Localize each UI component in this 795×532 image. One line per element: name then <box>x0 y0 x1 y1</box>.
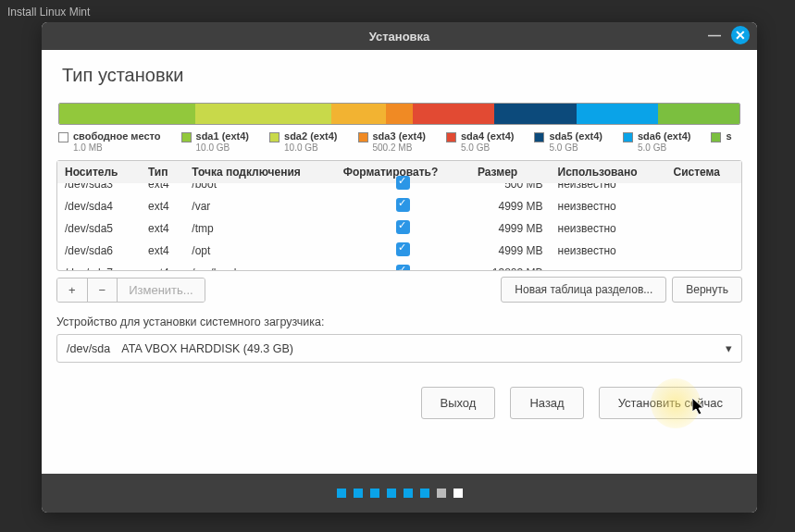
partition-segment[interactable] <box>413 104 494 124</box>
table-row[interactable]: /dev/sda4ext4/var4999 MBнеизвестно <box>57 195 741 217</box>
col-device[interactable]: Носитель <box>57 161 141 184</box>
partition-table-scroll[interactable]: Носитель Тип Точка подключения Форматиро… <box>57 161 741 270</box>
partition-segment[interactable] <box>195 104 331 124</box>
change-partition-button[interactable]: Изменить... <box>118 278 204 302</box>
progress-dots <box>42 474 757 513</box>
col-mount[interactable]: Точка подключения <box>184 161 335 184</box>
partition-table: Носитель Тип Точка подключения Форматиро… <box>56 160 742 271</box>
partition-toolbar: + − Изменить... Новая таблица разделов..… <box>56 277 742 303</box>
legend-label: sda6 (ext4)5.0 GB <box>638 130 690 153</box>
legend-label: sda4 (ext4)5.0 GB <box>461 130 514 153</box>
partition-bar <box>58 103 740 125</box>
legend-label: s <box>726 130 731 142</box>
legend-swatch <box>58 132 68 142</box>
legend-swatch <box>269 132 279 142</box>
col-type[interactable]: Тип <box>141 161 184 184</box>
legend-item: sda1 (ext4)10.0 GB <box>181 130 249 153</box>
quit-button[interactable]: Выход <box>421 387 496 419</box>
legend-item: sda3 (ext4)500.2 MB <box>358 130 426 153</box>
format-checkbox[interactable] <box>396 198 410 212</box>
page-title: Тип установки <box>42 50 757 103</box>
partition-segment[interactable] <box>331 104 386 124</box>
format-checkbox[interactable] <box>396 176 410 190</box>
partition-segment[interactable] <box>386 104 413 124</box>
bootloader-desc: ATA VBOX HARDDISK (49.3 GB) <box>121 342 293 355</box>
partition-segment[interactable] <box>59 104 195 124</box>
chevron-down-icon: ▾ <box>726 341 732 355</box>
legend-item: sda4 (ext4)5.0 GB <box>446 130 514 153</box>
titlebar: Установка — ✕ <box>42 22 757 50</box>
bootloader-label: Устройство для установки системного загр… <box>56 315 742 328</box>
table-row[interactable]: /dev/sda5ext4/tmp4999 MBнеизвестно <box>57 217 741 240</box>
legend-label: sda2 (ext4)10.0 GB <box>284 130 337 153</box>
desktop-window-title: Install Linux Mint <box>7 6 90 19</box>
partition-segment[interactable] <box>494 104 576 124</box>
legend-item: s <box>711 130 731 153</box>
bootloader-select[interactable]: /dev/sda ATA VBOX HARDDISK (49.3 GB) ▾ <box>56 334 742 363</box>
legend-label: sda1 (ext4)10.0 GB <box>196 130 249 153</box>
legend-swatch <box>446 132 456 142</box>
legend-label: sda5 (ext4)5.0 GB <box>549 130 602 153</box>
format-checkbox[interactable] <box>396 242 410 256</box>
legend-swatch <box>623 132 633 142</box>
legend-item: sda5 (ext4)5.0 GB <box>534 130 602 153</box>
col-size[interactable]: Размер <box>470 161 551 184</box>
remove-partition-button[interactable]: − <box>88 278 118 302</box>
col-system[interactable]: Система <box>665 161 741 184</box>
legend-swatch <box>534 132 544 142</box>
col-used[interactable]: Использовано <box>551 161 666 184</box>
window-title: Установка <box>369 30 430 43</box>
legend-label: sda3 (ext4)500.2 MB <box>373 130 426 153</box>
nav-buttons: Выход Назад Установить сейчас <box>56 387 742 419</box>
partition-segment[interactable] <box>577 104 658 124</box>
bootloader-device: /dev/sda <box>67 342 110 355</box>
close-icon[interactable]: ✕ <box>731 26 750 44</box>
table-row[interactable]: /dev/sda6ext4/opt4999 MBнеизвестно <box>57 240 741 262</box>
legend-item: свободное место1.0 MB <box>58 130 161 153</box>
legend-swatch <box>711 132 721 142</box>
new-partition-table-button[interactable]: Новая таблица разделов... <box>501 277 666 303</box>
partition-legend: свободное место1.0 MBsda1 (ext4)10.0 GBs… <box>58 130 740 153</box>
table-row[interactable]: /dev/sda7ext4/usr/local13803 MBнеизвестн… <box>57 262 741 270</box>
partition-segment[interactable] <box>658 104 739 124</box>
minimize-icon[interactable]: — <box>705 26 724 44</box>
install-now-button[interactable]: Установить сейчас <box>599 387 742 419</box>
legend-swatch <box>181 132 192 142</box>
add-partition-button[interactable]: + <box>57 278 88 302</box>
back-button[interactable]: Назад <box>510 387 583 419</box>
legend-swatch <box>358 132 368 142</box>
legend-item: sda2 (ext4)10.0 GB <box>269 130 337 153</box>
installer-window: Установка — ✕ Тип установки свободное ме… <box>42 22 757 513</box>
legend-item: sda6 (ext4)5.0 GB <box>623 130 690 153</box>
legend-label: свободное место1.0 MB <box>73 130 161 153</box>
format-checkbox[interactable] <box>396 265 410 270</box>
format-checkbox[interactable] <box>396 220 410 234</box>
revert-button[interactable]: Вернуть <box>672 277 742 303</box>
